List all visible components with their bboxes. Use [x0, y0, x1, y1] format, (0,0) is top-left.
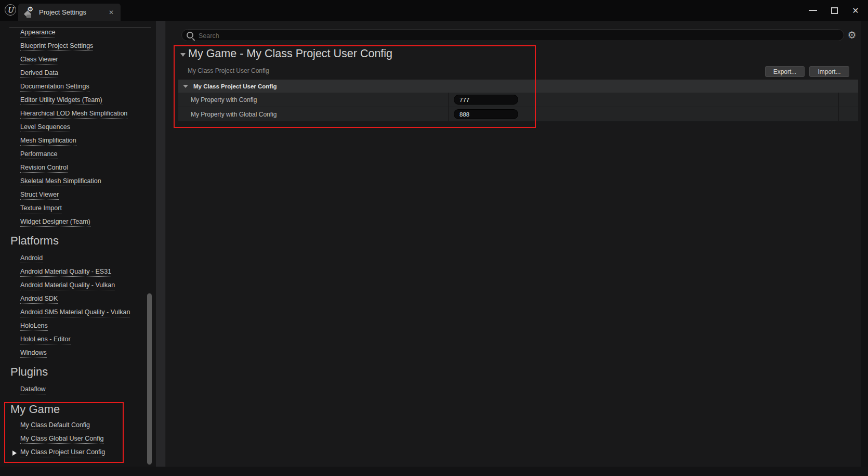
search-bar	[181, 29, 844, 41]
sidebar-item-blueprint-project-settings[interactable]: Blueprint Project Settings	[0, 40, 156, 54]
sidebar-item-widget-designer-team[interactable]: Widget Designer (Team)	[0, 216, 156, 229]
column-divider	[838, 93, 839, 107]
sidebar-header-my-game: My Game	[0, 403, 156, 416]
gear-icon: ⚙	[847, 30, 856, 41]
minimize-button[interactable]	[804, 0, 822, 21]
tab-label: Project Settings	[39, 8, 86, 16]
sidebar-item-performance[interactable]: Performance	[0, 148, 156, 162]
property-rows: My Property with Config My Property with…	[178, 93, 858, 122]
category-header[interactable]: My Class Project User Config	[178, 80, 858, 93]
titlebar: U ⚙ Project Settings ✕ ✕	[0, 0, 868, 21]
page-header-expander-icon[interactable]	[180, 53, 186, 57]
category-title: My Class Project User Config	[193, 83, 277, 89]
settings-main-panel: ⚙ My Game - My Class Project User Config…	[166, 21, 861, 467]
column-divider[interactable]	[448, 107, 449, 121]
sidebar-item-texture-import[interactable]: Texture Import	[0, 202, 156, 216]
property-row-global-config: My Property with Global Config	[178, 107, 858, 122]
sidebar-item-appearance[interactable]: Appearance	[0, 27, 156, 40]
sidebar-item-windows[interactable]: Windows	[0, 347, 156, 361]
maximize-button[interactable]	[825, 0, 843, 21]
sidebar-item-android-sm5-material-quality-vulkan[interactable]: Android SM5 Material Quality - Vulkan	[0, 306, 156, 320]
import-button[interactable]: Import...	[809, 66, 849, 77]
sidebar-item-hololens[interactable]: HoloLens	[0, 320, 156, 333]
unreal-engine-logo-icon: U	[5, 4, 16, 16]
selected-item-arrow-icon	[12, 451, 17, 456]
settings-sidebar: Appearance Blueprint Project Settings Cl…	[0, 21, 156, 467]
minimize-icon	[809, 10, 817, 11]
search-input[interactable]	[198, 30, 839, 41]
page-title: My Game - My Class Project User Config	[188, 47, 392, 60]
panel-splitter[interactable]	[156, 21, 165, 467]
sidebar-item-android-sdk[interactable]: Android SDK	[0, 293, 156, 306]
sidebar-header-plugins: Plugins	[0, 365, 156, 379]
export-button[interactable]: Export...	[765, 66, 805, 77]
property-value-input[interactable]	[454, 95, 518, 105]
sidebar-item-revision-control[interactable]: Revision Control	[0, 162, 156, 175]
sidebar-item-class-viewer[interactable]: Class Viewer	[0, 54, 156, 67]
category-expander-icon	[183, 85, 188, 88]
maximize-icon	[831, 7, 838, 14]
sidebar-item-editor-utility-widgets-team[interactable]: Editor Utility Widgets (Team)	[0, 94, 156, 108]
column-divider	[838, 107, 839, 121]
sidebar-item-skeletal-mesh-simplification[interactable]: Skeletal Mesh Simplification	[0, 175, 156, 189]
sidebar-header-platforms: Platforms	[0, 234, 156, 248]
sidebar-item-android-material-quality-es31[interactable]: Android Material Quality - ES31	[0, 266, 156, 279]
sidebar-item-hololens-editor[interactable]: HoloLens - Editor	[0, 333, 156, 347]
property-label: My Property with Config	[191, 96, 257, 104]
sidebar-nav: Appearance Blueprint Project Settings Cl…	[0, 27, 156, 460]
sidebar-item-my-class-project-user-config[interactable]: My Class Project User Config	[0, 446, 156, 460]
tab-project-settings[interactable]: ⚙ Project Settings ✕	[18, 4, 121, 21]
settings-gear-button[interactable]: ⚙	[846, 30, 858, 41]
search-icon	[187, 32, 193, 38]
sidebar-item-struct-viewer[interactable]: Struct Viewer	[0, 189, 156, 202]
sidebar-item-derived-data[interactable]: Derived Data	[0, 67, 156, 81]
sidebar-item-android[interactable]: Android	[0, 252, 156, 266]
window-right-edge	[861, 21, 868, 467]
sidebar-item-level-sequences[interactable]: Level Sequences	[0, 121, 156, 135]
sidebar-item-dataflow[interactable]: Dataflow	[0, 383, 156, 397]
sidebar-item-android-material-quality-vulkan[interactable]: Android Material Quality - Vulkan	[0, 279, 156, 293]
close-icon: ✕	[852, 6, 859, 16]
page-subtitle: My Class Project User Config	[188, 67, 269, 74]
close-button[interactable]: ✕	[847, 0, 864, 21]
window-bottom-edge	[0, 467, 868, 476]
property-value-input[interactable]	[454, 109, 518, 119]
sidebar-scrollbar[interactable]	[147, 293, 152, 465]
sidebar-item-mesh-simplification[interactable]: Mesh Simplification	[0, 135, 156, 148]
sidebar-item-my-class-global-user-config[interactable]: My Class Global User Config	[0, 433, 156, 446]
sidebar-item-hierarchical-lod-mesh-simplification[interactable]: Hierarchical LOD Mesh Simplification	[0, 108, 156, 121]
sidebar-item-my-class-default-config[interactable]: My Class Default Config	[0, 419, 156, 433]
project-settings-window: U ⚙ Project Settings ✕ ✕ Appearance Blue…	[0, 0, 868, 476]
column-divider[interactable]	[448, 93, 449, 107]
property-label: My Property with Global Config	[191, 111, 277, 118]
project-settings-icon: ⚙	[23, 7, 34, 18]
tab-close-icon[interactable]: ✕	[107, 8, 115, 17]
property-row-config: My Property with Config	[178, 93, 858, 107]
sidebar-item-documentation-settings[interactable]: Documentation Settings	[0, 81, 156, 94]
